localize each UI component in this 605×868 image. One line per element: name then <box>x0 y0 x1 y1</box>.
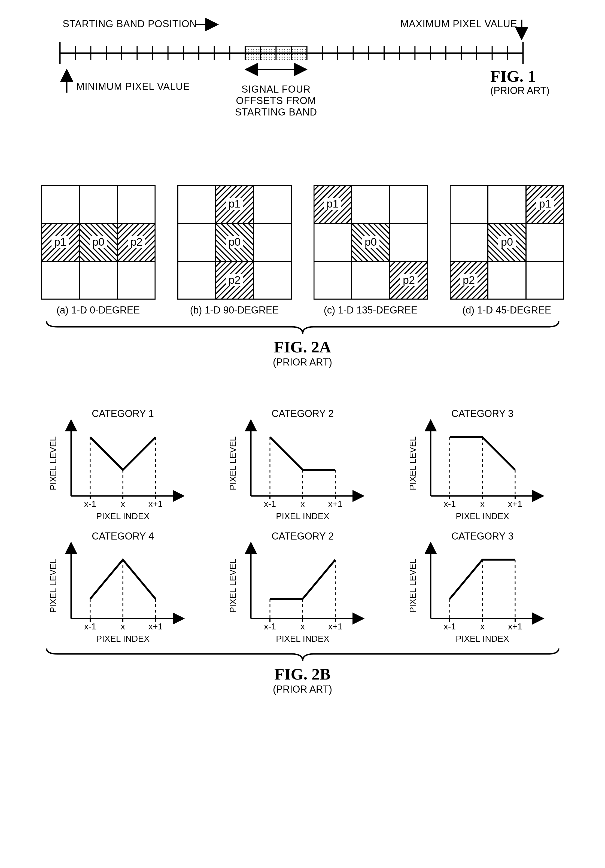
svg-text:p0: p0 <box>501 236 513 248</box>
svg-rect-78 <box>313 223 352 262</box>
label-starting-band: STARTING BAND POSITION <box>63 18 197 29</box>
svg-text:x+1: x+1 <box>508 622 522 631</box>
category-plot: CATEGORY 4PIXEL LEVELx-1xx+1PIXEL INDEX <box>41 529 205 643</box>
label-signal: SIGNAL FOUROFFSETS FROMSTARTING BAND <box>235 84 317 118</box>
figure-2b: CATEGORY 1PIXEL LEVELx-1xx+1PIXEL INDEXC… <box>27 406 578 695</box>
svg-text:x+1: x+1 <box>148 499 162 509</box>
svg-rect-53 <box>41 262 79 299</box>
xlabel: PIXEL INDEX <box>96 634 149 643</box>
svg-text:x-1: x-1 <box>264 622 276 631</box>
svg-text:p1: p1 <box>539 198 551 210</box>
svg-text:p2: p2 <box>130 236 143 248</box>
figure-2a: p1p0p2(a) 1-D 0-DEGREEp1p0p2(b) 1-D 90-D… <box>27 185 578 368</box>
svg-text:p2: p2 <box>228 274 240 286</box>
svg-text:p0: p0 <box>228 236 240 248</box>
grid-0: p1p0p2(a) 1-D 0-DEGREE <box>41 185 155 316</box>
fig2b-brace <box>41 643 564 665</box>
fig1-sub: (PRIOR ART) <box>490 85 549 96</box>
fig2b-sub: (PRIOR ART) <box>27 684 578 695</box>
grid-1: p1p0p2(b) 1-D 90-DEGREE <box>177 185 292 316</box>
label-min-px: MINIMUM PIXEL VALUE <box>76 81 190 92</box>
fig2a-brace <box>41 316 564 338</box>
grid-3: p1p0p2(d) 1-D 45-DEGREE <box>450 185 564 316</box>
svg-rect-82 <box>390 223 428 262</box>
category-title: CATEGORY 2 <box>271 530 334 542</box>
category-title: CATEGORY 3 <box>451 530 513 542</box>
svg-text:x: x <box>121 622 125 631</box>
svg-rect-61 <box>254 185 292 223</box>
number-line <box>60 42 523 64</box>
fig1-svg: STARTING BAND POSITION MAXIMUM PIXEL VAL… <box>27 16 572 147</box>
xlabel: PIXEL INDEX <box>276 634 329 643</box>
ylabel: PIXEL LEVEL <box>228 559 238 613</box>
svg-rect-57 <box>177 185 216 223</box>
grid-caption: (a) 1-D 0-DEGREE <box>41 304 155 316</box>
svg-text:x-1: x-1 <box>84 622 96 631</box>
svg-text:x+1: x+1 <box>328 499 342 509</box>
svg-rect-84 <box>352 262 390 299</box>
ylabel: PIXEL LEVEL <box>408 436 417 490</box>
svg-text:x+1: x+1 <box>508 499 522 509</box>
svg-rect-62 <box>177 223 216 262</box>
category-title: CATEGORY 2 <box>271 408 334 419</box>
xlabel: PIXEL INDEX <box>456 511 509 521</box>
category-plot: CATEGORY 1PIXEL LEVELx-1xx+1PIXEL INDEX <box>41 406 205 521</box>
category-plot: CATEGORY 2PIXEL LEVELx-1xx+1PIXEL INDEX <box>221 406 384 521</box>
svg-text:p2: p2 <box>462 274 475 286</box>
grid-caption: (c) 1-D 135-DEGREE <box>313 304 428 316</box>
grid-caption: (b) 1-D 90-DEGREE <box>177 304 292 316</box>
svg-text:x: x <box>480 499 485 509</box>
svg-text:x-1: x-1 <box>264 499 276 509</box>
svg-text:x-1: x-1 <box>84 499 96 509</box>
svg-text:x+1: x+1 <box>148 622 162 631</box>
ylabel: PIXEL LEVEL <box>48 436 58 490</box>
svg-rect-94 <box>450 223 488 262</box>
svg-rect-90 <box>488 185 526 223</box>
xlabel: PIXEL INDEX <box>96 511 149 521</box>
svg-rect-71 <box>254 262 292 299</box>
svg-rect-76 <box>352 185 390 223</box>
grid-2: p1p0p2(c) 1-D 135-DEGREE <box>313 185 428 316</box>
svg-text:x: x <box>301 499 305 509</box>
fig2a-title: FIG. 2A <box>27 338 578 356</box>
svg-rect-41 <box>41 185 79 223</box>
svg-rect-98 <box>526 223 564 262</box>
category-title: CATEGORY 1 <box>92 408 154 419</box>
svg-text:p0: p0 <box>365 236 377 248</box>
svg-text:x-1: x-1 <box>444 499 456 509</box>
svg-rect-67 <box>177 262 216 299</box>
svg-rect-77 <box>390 185 428 223</box>
svg-text:p2: p2 <box>403 274 415 286</box>
svg-rect-89 <box>450 185 488 223</box>
label-max-px: MAXIMUM PIXEL VALUE <box>400 18 517 29</box>
svg-text:p1: p1 <box>54 236 66 248</box>
xlabel: PIXEL INDEX <box>456 634 509 643</box>
svg-text:x: x <box>121 499 125 509</box>
svg-text:x: x <box>301 622 305 631</box>
svg-text:x+1: x+1 <box>328 622 342 631</box>
figure-1: STARTING BAND POSITION MAXIMUM PIXEL VAL… <box>27 16 578 147</box>
svg-rect-66 <box>254 223 292 262</box>
svg-rect-42 <box>79 185 117 223</box>
svg-rect-83 <box>313 262 352 299</box>
svg-rect-43 <box>117 185 155 223</box>
fig1-title: FIG. 1 <box>490 67 536 85</box>
ylabel: PIXEL LEVEL <box>408 559 417 613</box>
svg-text:p1: p1 <box>228 198 240 210</box>
category-plot: CATEGORY 2PIXEL LEVELx-1xx+1PIXEL INDEX <box>221 529 384 643</box>
svg-rect-102 <box>488 262 526 299</box>
category-plot: CATEGORY 3PIXEL LEVELx-1xx+1PIXEL INDEX <box>401 406 564 521</box>
xlabel: PIXEL INDEX <box>276 511 329 521</box>
fig2a-sub: (PRIOR ART) <box>27 356 578 368</box>
category-title: CATEGORY 3 <box>451 408 513 419</box>
svg-text:x: x <box>480 622 485 631</box>
ylabel: PIXEL LEVEL <box>228 436 238 490</box>
svg-rect-55 <box>117 262 155 299</box>
grid-caption: (d) 1-D 45-DEGREE <box>450 304 564 316</box>
svg-rect-103 <box>526 262 564 299</box>
ylabel: PIXEL LEVEL <box>48 559 58 613</box>
fig2b-title: FIG. 2B <box>27 665 578 684</box>
svg-rect-54 <box>79 262 117 299</box>
category-title: CATEGORY 4 <box>92 530 154 542</box>
svg-text:p0: p0 <box>92 236 104 248</box>
